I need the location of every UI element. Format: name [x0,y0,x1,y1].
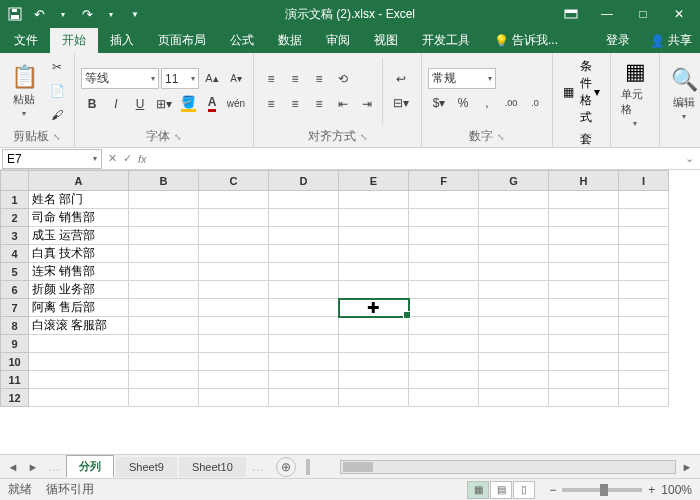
cell[interactable] [199,335,269,353]
cell[interactable] [199,371,269,389]
fx-icon[interactable]: fx [138,153,147,165]
cell[interactable] [199,317,269,335]
cell[interactable] [29,389,129,407]
cell[interactable] [199,299,269,317]
underline-button[interactable]: U [129,93,151,115]
cell[interactable] [549,353,619,371]
cell[interactable] [269,299,339,317]
editing-button[interactable]: 🔍 编辑 ▾ [666,56,700,131]
cell[interactable] [339,353,409,371]
copy-button[interactable]: 📄 [46,80,68,102]
cell[interactable] [409,263,479,281]
cell[interactable]: 司命 销售部 [29,209,129,227]
row-header[interactable]: 12 [1,389,29,407]
cell[interactable] [549,209,619,227]
cell[interactable] [339,371,409,389]
cell[interactable] [549,227,619,245]
cell[interactable] [129,353,199,371]
formula-input[interactable] [153,150,679,168]
merge-button[interactable]: ⊟▾ [387,92,415,114]
cell[interactable] [619,317,669,335]
cell[interactable] [269,335,339,353]
view-normal-button[interactable]: ▦ [467,481,489,499]
cell[interactable] [199,389,269,407]
cell[interactable] [199,191,269,209]
align-bottom-button[interactable]: ≡ [308,68,330,90]
cell[interactable] [269,191,339,209]
cell[interactable] [269,245,339,263]
cell[interactable] [479,263,549,281]
cell[interactable] [479,209,549,227]
cell[interactable] [129,299,199,317]
expand-icon[interactable]: ⤡ [174,132,182,142]
tab-developer[interactable]: 开发工具 [410,28,482,53]
cell[interactable] [29,371,129,389]
col-header[interactable]: E [339,171,409,191]
row-header[interactable]: 5 [1,263,29,281]
scroll-right-icon[interactable]: ► [678,458,696,476]
undo-icon[interactable]: ↶ [28,3,50,25]
italic-button[interactable]: I [105,93,127,115]
align-right-button[interactable]: ≡ [308,93,330,115]
cell[interactable] [549,335,619,353]
cell[interactable] [619,371,669,389]
cell[interactable] [129,245,199,263]
zoom-thumb[interactable] [600,484,608,496]
currency-button[interactable]: $▾ [428,92,450,114]
cell[interactable] [549,263,619,281]
cell[interactable] [199,263,269,281]
cell[interactable] [339,263,409,281]
cell[interactable] [549,299,619,317]
fill-color-button[interactable]: 🪣 [177,93,199,115]
cell[interactable] [339,317,409,335]
cell[interactable] [199,209,269,227]
sheet-nav-prev-icon[interactable]: ◄ [4,458,22,476]
indent-right-button[interactable]: ⇥ [356,93,378,115]
expand-icon[interactable]: ⤡ [53,132,61,142]
cell[interactable] [269,371,339,389]
horizontal-scrollbar[interactable] [340,460,676,474]
font-color-button[interactable]: A [201,93,223,115]
cell[interactable] [129,209,199,227]
paste-button[interactable]: 📋 粘贴 ▾ [6,56,42,126]
cell[interactable] [129,227,199,245]
cell[interactable]: 白真 技术部 [29,245,129,263]
align-center-button[interactable]: ≡ [284,93,306,115]
row-header[interactable]: 8 [1,317,29,335]
qat-customize-icon[interactable]: ▼ [124,3,146,25]
cell[interactable] [269,317,339,335]
col-header[interactable]: I [619,171,669,191]
cell[interactable] [129,371,199,389]
row-header[interactable]: 4 [1,245,29,263]
row-header[interactable]: 9 [1,335,29,353]
decrease-decimal-button[interactable]: .0 [524,92,546,114]
col-header[interactable]: F [409,171,479,191]
comma-button[interactable]: , [476,92,498,114]
align-middle-button[interactable]: ≡ [284,68,306,90]
cell[interactable] [409,389,479,407]
sheet-tab-2[interactable]: Sheet9 [116,457,177,477]
row-header[interactable]: 3 [1,227,29,245]
font-name-combo[interactable]: 等线▾ [81,68,159,89]
col-header[interactable]: G [479,171,549,191]
zoom-slider[interactable] [562,488,642,492]
cell[interactable] [479,281,549,299]
row-header[interactable]: 2 [1,209,29,227]
cell[interactable] [479,353,549,371]
cell[interactable] [199,281,269,299]
indent-left-button[interactable]: ⇤ [332,93,354,115]
new-sheet-button[interactable]: ⊕ [276,457,296,477]
cell[interactable] [339,191,409,209]
cell[interactable] [409,245,479,263]
login-link[interactable]: 登录 [594,28,642,53]
cell[interactable] [199,353,269,371]
cell[interactable] [129,389,199,407]
cells-button[interactable]: ▦ 单元格 ▾ [617,56,653,131]
cell[interactable] [339,227,409,245]
cell[interactable] [199,227,269,245]
cell[interactable] [619,281,669,299]
cell[interactable] [409,317,479,335]
col-header[interactable]: D [269,171,339,191]
cell[interactable] [479,317,549,335]
bold-button[interactable]: B [81,93,103,115]
